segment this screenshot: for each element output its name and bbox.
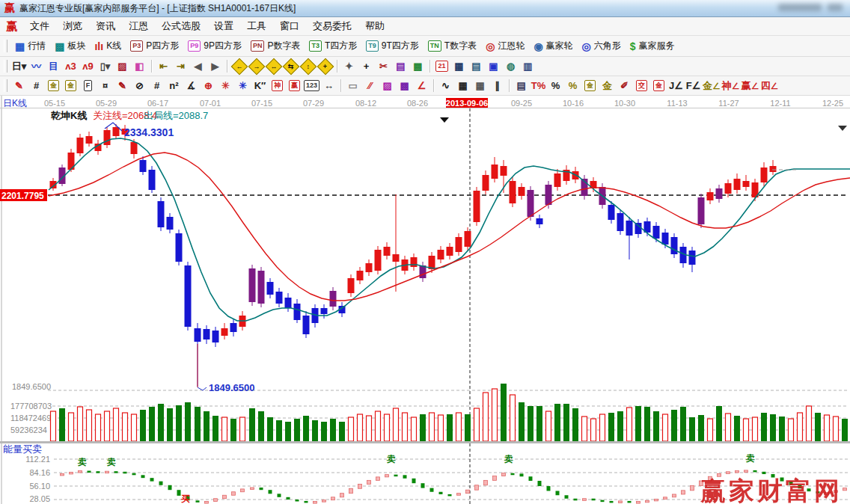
gold-levels-button[interactable]: 金 xyxy=(599,78,615,93)
export-data-button[interactable]: ▥ xyxy=(520,58,536,74)
quotes-button[interactable]: ▦行情 xyxy=(10,39,50,53)
grid-tool-button[interactable]: ▦ xyxy=(455,78,471,93)
jump-last-button[interactable]: ⇥ xyxy=(173,58,189,74)
winner-wheel-button[interactable]: ◉赢家轮 xyxy=(529,39,577,53)
page-prev-button[interactable]: ◀ xyxy=(190,58,206,74)
wave-count-9-button[interactable]: ʌ9 xyxy=(80,58,96,74)
info-panel-button[interactable]: 目 xyxy=(46,58,61,74)
compress-h-button[interactable]: ⇆ xyxy=(283,58,299,74)
win-angle-button[interactable]: 赢∠ xyxy=(742,78,759,93)
kline-button[interactable]: ılıK线 xyxy=(90,39,126,53)
chip-knife-button[interactable]: ✐ xyxy=(617,78,632,93)
timeshare-chart-button[interactable]: ◧ xyxy=(132,58,147,74)
title-bar[interactable]: 赢 赢家江恩专业版[赢家内部服务平台] - [上证指数 SH1A0001-167… xyxy=(0,0,850,17)
width-measure-button[interactable]: ↔ xyxy=(321,78,337,93)
fit-screen-button[interactable]: + xyxy=(317,58,333,74)
menu-item-9[interactable]: 帮助 xyxy=(358,18,391,34)
gann-wheel-button[interactable]: ◎江恩轮 xyxy=(481,39,529,53)
god-grid-button[interactable]: 神 xyxy=(269,78,285,93)
f-angle-button[interactable]: F∠ xyxy=(685,78,701,93)
time-ruler-button[interactable]: # xyxy=(28,78,44,93)
winner-service-button[interactable]: $赢家服务 xyxy=(626,39,679,53)
menu-item-2[interactable]: 资讯 xyxy=(89,18,122,34)
percent-table-button[interactable]: ▤ xyxy=(513,78,529,93)
calculator-button[interactable]: ▦ xyxy=(451,58,467,74)
qiankun-wave-button[interactable]: 〰 xyxy=(28,58,44,74)
fan-lines-button[interactable]: ∕∕ xyxy=(362,78,378,93)
browser-button[interactable]: ◍ xyxy=(503,58,519,74)
percent-line-button[interactable]: % xyxy=(565,78,581,93)
pencil-tool-button[interactable]: ✎ xyxy=(11,78,27,93)
zoom-out-h-button[interactable]: ← xyxy=(231,58,247,74)
wave-count-3-button[interactable]: ʌ3 xyxy=(63,58,79,74)
grid-tool-2-button[interactable]: ▦ xyxy=(472,78,488,93)
gann-web-button[interactable]: ✳ xyxy=(218,78,233,93)
marker-pen-button[interactable]: ✎ xyxy=(114,78,130,93)
p9-square-button[interactable]: P99P四方形 xyxy=(183,39,246,53)
candle-style-button[interactable]: ▯▾ xyxy=(97,58,113,74)
drag-hand-tool-button[interactable]: ✦ xyxy=(341,58,357,74)
menu-item-6[interactable]: 工具 xyxy=(240,18,273,34)
expand-h-button[interactable]: ↔ xyxy=(266,58,281,74)
t-number-table-button[interactable]: TNT数字表 xyxy=(424,39,481,53)
fibo-grid-button[interactable]: F xyxy=(80,78,96,93)
angle-ruler-button[interactable]: ∡ xyxy=(183,78,199,93)
save-button[interactable]: ▣ xyxy=(486,58,501,74)
delete-drawing-button[interactable]: ✂ xyxy=(376,58,391,74)
n-square-button[interactable]: n² xyxy=(166,78,182,93)
t9-square-button[interactable]: T99T四方形 xyxy=(361,39,424,53)
gann-target-button[interactable]: ⊕ xyxy=(201,78,216,93)
trade-box-button[interactable]: 交 xyxy=(634,78,649,93)
indicator-scale-label: 84.16 xyxy=(29,468,50,477)
chip-distribution-button[interactable]: ▨ xyxy=(114,58,130,74)
crosshair-tool-button[interactable]: + xyxy=(358,58,374,74)
pattern-lib-button[interactable]: ▩ xyxy=(410,58,426,74)
win-grid-button[interactable]: 赢 xyxy=(287,78,302,93)
t-percent-button[interactable]: T% xyxy=(531,78,546,93)
angle-fan-button[interactable]: ∠ xyxy=(414,78,429,93)
fan-box-button[interactable]: ▨ xyxy=(379,78,395,93)
menu-item-3[interactable]: 江恩 xyxy=(122,18,155,34)
menu-item-4[interactable]: 公式选股 xyxy=(155,18,207,34)
page-next-button[interactable]: ▶ xyxy=(207,58,223,74)
wave-tool-button[interactable]: ∿ xyxy=(438,78,453,93)
gold-grid-2-button[interactable]: 金 xyxy=(63,78,79,93)
p-number-table-button[interactable]: PNP数字表 xyxy=(246,39,305,53)
four-angle-button[interactable]: 四∠ xyxy=(761,78,779,93)
expand-v-button[interactable]: ↕ xyxy=(300,58,316,74)
chart-area[interactable]: 05-1505-2906-1707-0107-1507-2908-1208-26… xyxy=(0,96,850,504)
menu-item-7[interactable]: 窗口 xyxy=(273,18,306,34)
circle-ruler-button[interactable]: ⊘ xyxy=(132,78,147,93)
bar-ruler-button[interactable]: # xyxy=(149,78,165,93)
gold-grid-button[interactable]: 金 xyxy=(46,78,61,93)
rect-tool-button[interactable]: ▭ xyxy=(345,78,361,93)
calendar-button[interactable]: 21 xyxy=(434,58,450,74)
spiral-tool-button[interactable]: ¤ xyxy=(97,78,113,93)
gann-web-blue-button[interactable]: ✳ xyxy=(235,78,251,93)
j-angle-button[interactable]: J∠ xyxy=(668,78,684,93)
god-angle-button[interactable]: 神∠ xyxy=(722,78,740,93)
winner-wheel-icon: ◉ xyxy=(533,41,542,52)
sectors-button[interactable]: ▩板块 xyxy=(50,39,90,53)
percent-tool-button[interactable]: % xyxy=(548,78,563,93)
gold-box-button[interactable]: 金 xyxy=(651,78,667,93)
count-grid-button[interactable]: 123 xyxy=(304,78,319,93)
menu-item-8[interactable]: 交易委托 xyxy=(306,18,358,34)
t-square-button[interactable]: T3T四方形 xyxy=(305,39,361,53)
indicator-bar-up xyxy=(205,502,209,504)
k-mark-button[interactable]: K″ xyxy=(252,78,268,93)
jump-first-button[interactable]: ⇤ xyxy=(156,58,171,74)
p-square-button[interactable]: P3P四方形 xyxy=(126,39,183,53)
period-daily-button[interactable]: 日▾ xyxy=(11,58,27,74)
drawing-palette-button[interactable]: ▤ xyxy=(393,58,409,74)
gold-angle-button[interactable]: 金∠ xyxy=(703,78,721,93)
menu-item-1[interactable]: 浏览 xyxy=(56,18,89,34)
notepad-button[interactable]: ▤ xyxy=(468,58,484,74)
zoom-in-h-button[interactable]: → xyxy=(248,58,264,74)
gold-circle-button[interactable]: 金 xyxy=(582,78,598,93)
menu-item-0[interactable]: 文件 xyxy=(23,18,56,34)
parallel-lines-button[interactable]: ∥ xyxy=(489,78,505,93)
cross-box-button[interactable]: ▩ xyxy=(397,78,412,93)
menu-item-5[interactable]: 设置 xyxy=(207,18,240,34)
hexagon-button[interactable]: ◎六角形 xyxy=(578,39,626,53)
